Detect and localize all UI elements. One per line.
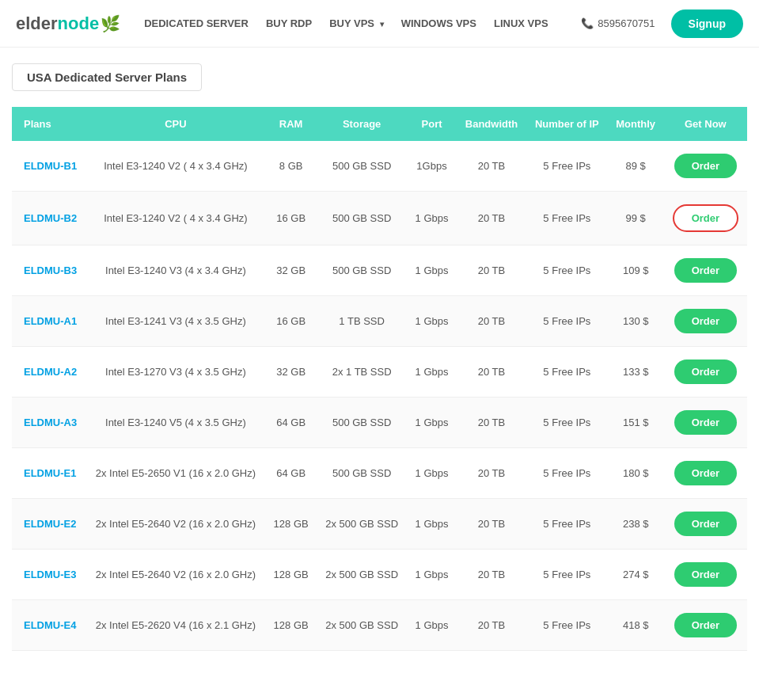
- main-content: USA Dedicated Server Plans Plans CPU RAM…: [0, 48, 759, 667]
- dedicated-server-link[interactable]: DEDICATED SERVER: [144, 17, 249, 29]
- storage-cell: 500 GB SSD: [317, 448, 407, 499]
- bandwidth-cell: 20 TB: [457, 245, 526, 296]
- cpu-cell: 2x Intel E5-2640 V2 (16 x 2.0 GHz): [86, 499, 265, 550]
- order-button[interactable]: Order: [674, 309, 737, 333]
- table-row: ELDMU-A2Intel E3-1270 V3 (4 x 3.5 GHz)32…: [12, 347, 747, 398]
- bandwidth-cell: 20 TB: [457, 141, 526, 192]
- port-cell: 1 Gbps: [407, 499, 457, 550]
- monthly-cell: 151 $: [608, 398, 664, 448]
- ip-cell: 5 Free IPs: [526, 448, 608, 499]
- monthly-cell: 99 $: [608, 192, 664, 245]
- plan-link[interactable]: ELDMU-B2: [24, 212, 77, 224]
- monthly-cell: 238 $: [608, 499, 664, 550]
- ram-cell: 128 GB: [265, 550, 317, 600]
- plan-link[interactable]: ELDMU-A1: [24, 315, 77, 327]
- ip-cell: 5 Free IPs: [526, 600, 608, 651]
- order-cell: Order: [664, 141, 747, 192]
- plans-table: Plans CPU RAM Storage Port Bandwidth Num…: [12, 107, 747, 651]
- windows-vps-link[interactable]: WINDOWS VPS: [401, 17, 476, 29]
- monthly-cell: 130 $: [608, 296, 664, 347]
- plan-link[interactable]: ELDMU-E1: [24, 467, 76, 479]
- signup-button[interactable]: Signup: [671, 10, 743, 38]
- monthly-cell: 180 $: [608, 448, 664, 499]
- plan-link[interactable]: ELDMU-A2: [24, 366, 77, 378]
- table-row: ELDMU-E42x Intel E5-2620 V4 (16 x 2.1 GH…: [12, 600, 747, 651]
- plan-cell: ELDMU-E2: [12, 499, 86, 550]
- order-button-highlighted[interactable]: Order: [673, 204, 738, 232]
- ram-cell: 16 GB: [265, 192, 317, 245]
- plan-cell: ELDMU-A2: [12, 347, 86, 398]
- storage-cell: 2x 500 GB SSD: [317, 550, 407, 600]
- ram-cell: 64 GB: [265, 398, 317, 448]
- monthly-cell: 89 $: [608, 141, 664, 192]
- col-bandwidth: Bandwidth: [457, 107, 526, 141]
- monthly-cell: 418 $: [608, 600, 664, 651]
- monthly-cell: 109 $: [608, 245, 664, 296]
- order-cell: Order: [664, 245, 747, 296]
- col-ram: RAM: [265, 107, 317, 141]
- storage-cell: 500 GB SSD: [317, 398, 407, 448]
- port-cell: 1 Gbps: [407, 398, 457, 448]
- navbar: eldernode 🌿 DEDICATED SERVER BUY RDP BUY…: [0, 0, 759, 48]
- col-ip: Number of IP: [526, 107, 608, 141]
- ip-cell: 5 Free IPs: [526, 550, 608, 600]
- logo-node: node: [58, 13, 100, 33]
- order-button[interactable]: Order: [674, 258, 737, 283]
- linux-vps-link[interactable]: LINUX VPS: [494, 17, 548, 29]
- storage-cell: 500 GB SSD: [317, 141, 407, 192]
- ip-cell: 5 Free IPs: [526, 347, 608, 398]
- storage-cell: 500 GB SSD: [317, 245, 407, 296]
- port-cell: 1 Gbps: [407, 448, 457, 499]
- ram-cell: 128 GB: [265, 499, 317, 550]
- buy-rdp-link[interactable]: BUY RDP: [266, 17, 312, 29]
- plan-cell: ELDMU-E4: [12, 600, 86, 651]
- bandwidth-cell: 20 TB: [457, 499, 526, 550]
- plan-link[interactable]: ELDMU-E4: [24, 619, 76, 631]
- plan-cell: ELDMU-A3: [12, 398, 86, 448]
- logo-elder: elder: [16, 13, 58, 33]
- ip-cell: 5 Free IPs: [526, 296, 608, 347]
- order-button[interactable]: Order: [674, 154, 737, 178]
- plan-link[interactable]: ELDMU-E3: [24, 569, 76, 580]
- logo: eldernode 🌿: [16, 13, 120, 34]
- port-cell: 1 Gbps: [407, 245, 457, 296]
- plan-link[interactable]: ELDMU-A3: [24, 417, 77, 428]
- col-monthly: Monthly: [608, 107, 664, 141]
- table-row: ELDMU-E22x Intel E5-2640 V2 (16 x 2.0 GH…: [12, 499, 747, 550]
- port-cell: 1 Gbps: [407, 600, 457, 651]
- order-cell: Order: [664, 347, 747, 398]
- order-button[interactable]: Order: [674, 613, 737, 637]
- buy-vps-link[interactable]: BUY VPS ▾: [329, 17, 383, 29]
- bandwidth-cell: 20 TB: [457, 600, 526, 651]
- plan-cell: ELDMU-B3: [12, 245, 86, 296]
- cpu-cell: Intel E3-1270 V3 (4 x 3.5 GHz): [86, 347, 265, 398]
- storage-cell: 2x 1 TB SSD: [317, 347, 407, 398]
- ram-cell: 16 GB: [265, 296, 317, 347]
- monthly-cell: 274 $: [608, 550, 664, 600]
- order-button[interactable]: Order: [674, 461, 737, 485]
- order-button[interactable]: Order: [674, 562, 737, 587]
- monthly-cell: 133 $: [608, 347, 664, 398]
- order-button[interactable]: Order: [674, 512, 737, 536]
- cpu-cell: 2x Intel E5-2620 V4 (16 x 2.1 GHz): [86, 600, 265, 651]
- plan-link[interactable]: ELDMU-B3: [24, 264, 77, 276]
- ip-cell: 5 Free IPs: [526, 192, 608, 245]
- order-cell: Order: [664, 398, 747, 448]
- order-cell: Order: [664, 600, 747, 651]
- table-row: ELDMU-A1Intel E3-1241 V3 (4 x 3.5 GHz)16…: [12, 296, 747, 347]
- plan-link[interactable]: ELDMU-E2: [24, 518, 76, 530]
- ip-cell: 5 Free IPs: [526, 499, 608, 550]
- order-button[interactable]: Order: [674, 410, 737, 435]
- order-cell: Order: [664, 296, 747, 347]
- port-cell: 1Gbps: [407, 141, 457, 192]
- cpu-cell: Intel E3-1241 V3 (4 x 3.5 GHz): [86, 296, 265, 347]
- plan-link[interactable]: ELDMU-B1: [24, 160, 77, 172]
- ip-cell: 5 Free IPs: [526, 245, 608, 296]
- bandwidth-cell: 20 TB: [457, 448, 526, 499]
- ip-cell: 5 Free IPs: [526, 398, 608, 448]
- table-row: ELDMU-B2Intel E3-1240 V2 ( 4 x 3.4 GHz)1…: [12, 192, 747, 245]
- cpu-cell: Intel E3-1240 V2 ( 4 x 3.4 GHz): [86, 192, 265, 245]
- ram-cell: 32 GB: [265, 347, 317, 398]
- port-cell: 1 Gbps: [407, 296, 457, 347]
- order-button[interactable]: Order: [674, 360, 737, 384]
